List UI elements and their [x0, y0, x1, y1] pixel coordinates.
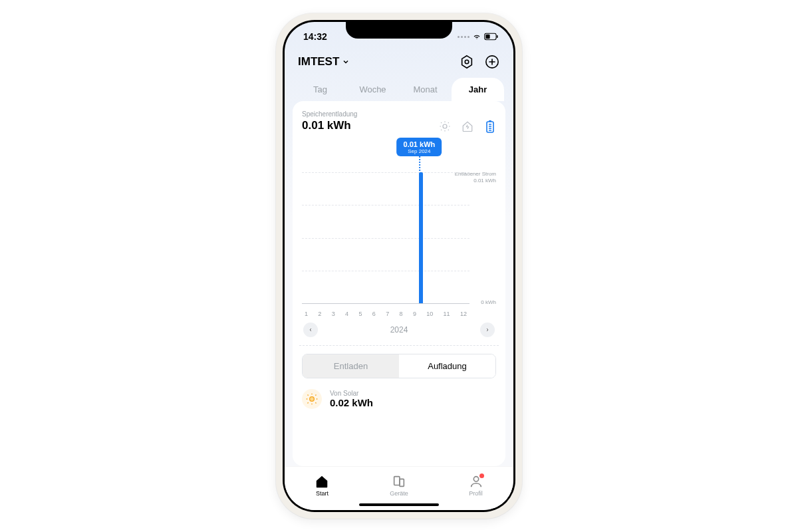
wifi-icon — [472, 33, 481, 41]
plus-circle-icon — [485, 55, 499, 69]
svg-line-29 — [308, 395, 309, 396]
tab-month[interactable]: Monat — [399, 78, 452, 101]
solar-toggle[interactable] — [439, 120, 451, 132]
svg-point-0 — [476, 38, 477, 39]
prev-year-button[interactable] — [303, 323, 318, 337]
chart-bar[interactable] — [419, 172, 423, 303]
chart-grid — [302, 172, 469, 304]
battery-icon — [484, 33, 499, 41]
home-bolt-icon — [462, 120, 473, 132]
nut-icon — [460, 55, 474, 69]
svg-rect-33 — [394, 476, 400, 485]
svg-point-5 — [465, 60, 469, 64]
status-time: 14:32 — [303, 31, 327, 42]
svg-marker-4 — [462, 56, 472, 68]
site-name-label: IMTEST — [298, 55, 339, 68]
header-icons — [459, 54, 500, 70]
svg-line-15 — [448, 130, 449, 130]
sun-badge-icon — [302, 389, 322, 409]
metric-label: Speicherentladung — [302, 110, 496, 118]
battery-icon — [485, 120, 495, 133]
nav-start[interactable]: Start — [315, 474, 329, 497]
status-icons — [458, 33, 499, 41]
chevron-left-icon — [308, 327, 313, 332]
home-indicator[interactable] — [359, 503, 439, 506]
solar-texts: Von Solar 0.02 kWh — [330, 390, 373, 408]
svg-line-16 — [448, 122, 449, 123]
svg-rect-19 — [489, 120, 491, 122]
year-nav: 2024 — [302, 323, 496, 337]
chevron-down-icon — [342, 58, 350, 66]
solar-label: Von Solar — [330, 390, 373, 397]
svg-point-35 — [473, 476, 478, 481]
profile-icon — [469, 474, 483, 489]
settings-button[interactable] — [459, 54, 475, 70]
main-card: Speicherentladung 0.01 kWh — [293, 101, 505, 466]
svg-point-24 — [310, 397, 315, 402]
svg-line-32 — [308, 402, 309, 403]
discharge-charge-toggle: Entladen Aufladung — [302, 354, 496, 378]
year-label: 2024 — [390, 325, 408, 334]
metric-row: 0.01 kWh — [302, 119, 496, 132]
svg-line-30 — [315, 402, 316, 403]
nav-devices[interactable]: Geräte — [390, 474, 408, 497]
site-selector[interactable]: IMTEST — [298, 55, 350, 68]
tab-year[interactable]: Jahr — [452, 78, 504, 101]
home-icon — [315, 474, 329, 489]
devices-icon — [392, 474, 406, 489]
discharge-button[interactable]: Entladen — [303, 354, 399, 378]
svg-rect-34 — [400, 479, 404, 486]
signal-icon — [458, 36, 469, 38]
phone-frame: 14:32 IMTEST — [276, 13, 522, 519]
app-header: IMTEST — [285, 51, 513, 78]
phone-notch — [346, 20, 452, 39]
next-year-button[interactable] — [480, 323, 495, 337]
solar-row: Von Solar 0.02 kWh — [302, 389, 496, 409]
chart-x-axis: 123456789101112 — [302, 311, 469, 317]
svg-rect-3 — [497, 35, 498, 38]
svg-point-9 — [443, 124, 447, 128]
tab-week[interactable]: Woche — [346, 78, 399, 101]
tooltip-date: Sep 2024 — [404, 148, 436, 154]
chart-zero-label: 0 kWh — [481, 299, 496, 305]
svg-line-31 — [315, 395, 316, 396]
add-button[interactable] — [484, 54, 500, 70]
period-tabs: Tag Woche Monat Jahr — [294, 78, 504, 101]
battery-toggle[interactable] — [484, 120, 496, 132]
tooltip-value: 0.01 kWh — [404, 140, 436, 148]
svg-line-14 — [441, 122, 442, 123]
divider — [299, 345, 499, 346]
svg-rect-2 — [485, 35, 489, 39]
svg-line-17 — [441, 130, 442, 130]
metric-icons — [439, 120, 496, 132]
charge-button[interactable]: Aufladung — [399, 354, 495, 378]
sun-icon — [439, 120, 451, 132]
solar-value: 0.02 kWh — [330, 397, 373, 408]
chevron-right-icon — [485, 327, 490, 332]
metric-value: 0.01 kWh — [302, 119, 351, 132]
tab-day[interactable]: Tag — [294, 78, 346, 101]
chart-tooltip: 0.01 kWh Sep 2024 — [397, 138, 442, 156]
home-toggle[interactable] — [462, 120, 473, 132]
chart[interactable]: 0.01 kWh Sep 2024 Entladener Strom 0.01 … — [302, 144, 496, 317]
app-screen: 14:32 IMTEST — [285, 22, 513, 510]
nav-profile[interactable]: Profil — [469, 474, 483, 497]
notification-badge — [479, 473, 484, 478]
phone-inner: 14:32 IMTEST — [283, 20, 515, 512]
